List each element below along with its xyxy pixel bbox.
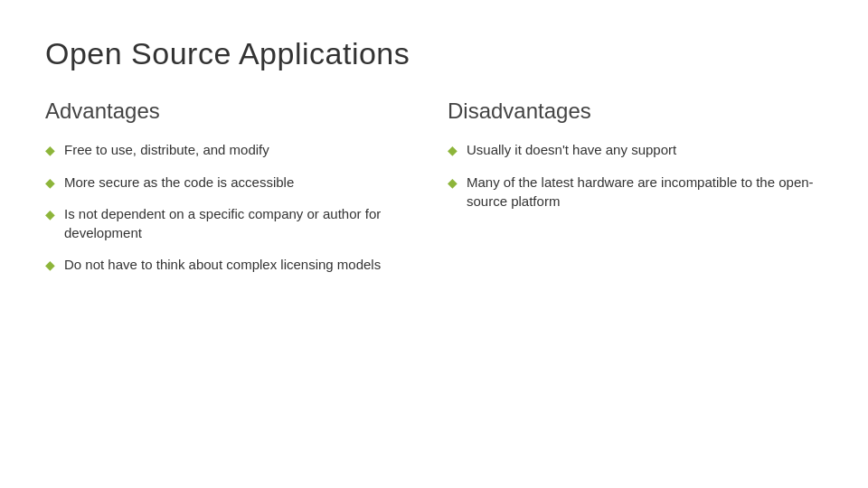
disadvantages-heading: Disadvantages [448,99,823,124]
advantages-list: ◆ Free to use, distribute, and modify ◆ … [45,140,420,275]
advantage-item-2: More secure as the code is accessible [64,173,420,192]
bullet-icon: ◆ [45,174,55,192]
disadvantages-list: ◆ Usually it doesn't have any support ◆ … [448,140,823,211]
bullet-icon: ◆ [45,257,55,275]
advantage-item-1: Free to use, distribute, and modify [64,140,420,159]
list-item: ◆ Many of the latest hardware are incomp… [448,173,823,211]
list-item: ◆ Do not have to think about complex lic… [45,255,420,275]
list-item: ◆ Is not dependent on a specific company… [45,204,420,242]
advantage-item-3: Is not dependent on a specific company o… [64,204,420,242]
list-item: ◆ Free to use, distribute, and modify [45,140,420,160]
bullet-icon: ◆ [45,142,55,160]
bullet-icon: ◆ [448,142,458,160]
bullet-icon: ◆ [45,206,55,224]
disadvantage-item-1: Usually it doesn't have any support [467,140,823,159]
advantages-heading: Advantages [45,99,420,124]
list-item: ◆ More secure as the code is accessible [45,173,420,192]
list-item: ◆ Usually it doesn't have any support [448,140,823,160]
slide-title: Open Source Applications [45,36,823,71]
disadvantage-item-2: Many of the latest hardware are incompat… [467,173,823,211]
bullet-icon: ◆ [448,174,458,192]
advantage-item-4: Do not have to think about complex licen… [64,255,420,274]
advantages-column: Advantages ◆ Free to use, distribute, an… [45,99,420,287]
disadvantages-column: Disadvantages ◆ Usually it doesn't have … [448,99,823,287]
